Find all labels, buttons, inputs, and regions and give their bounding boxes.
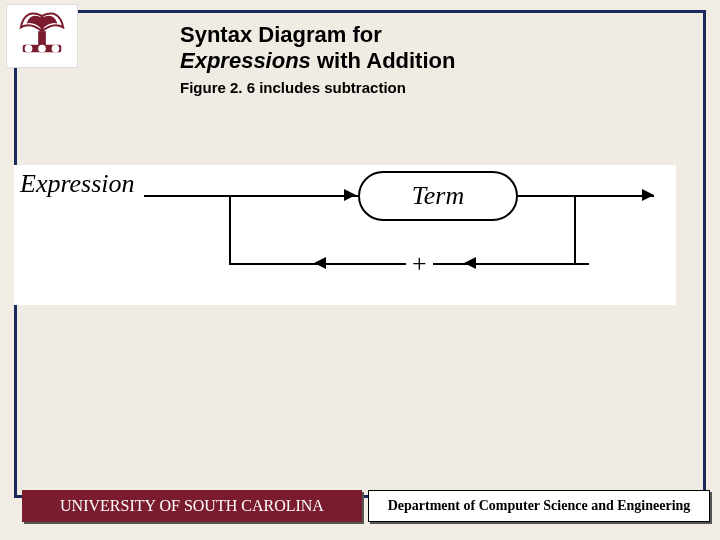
rail-left-up	[229, 195, 231, 265]
diagram-entry-label: Expression	[20, 169, 135, 199]
title-block: Syntax Diagram for Expressions with Addi…	[180, 22, 680, 96]
subtitle: Figure 2. 6 includes subtraction	[180, 79, 680, 96]
svg-rect-1	[38, 31, 46, 46]
diagram-loop-operator: +	[406, 249, 433, 279]
svg-point-2	[25, 45, 33, 53]
title-line-2: Expressions with Addition	[180, 48, 680, 74]
title-line-1: Syntax Diagram for	[180, 22, 680, 48]
arrow-into-term-icon	[344, 189, 356, 201]
footer-university: UNIVERSITY OF SOUTH CAROLINA	[22, 490, 362, 522]
arrow-exit-icon	[642, 189, 654, 201]
syntax-diagram: Expression Term +	[14, 165, 676, 305]
arrow-loop-back-icon	[464, 257, 476, 269]
footer: UNIVERSITY OF SOUTH CAROLINA Department …	[22, 490, 710, 522]
usc-logo	[6, 4, 78, 68]
arrow-loop-back2-icon	[314, 257, 326, 269]
footer-department: Department of Computer Science and Engin…	[368, 490, 710, 522]
rail-right-down	[574, 195, 576, 265]
title-italic-word: Expressions	[180, 48, 311, 73]
svg-point-4	[52, 45, 60, 53]
title-rest: with Addition	[311, 48, 456, 73]
svg-point-3	[38, 45, 46, 53]
diagram-node-term: Term	[358, 171, 518, 221]
